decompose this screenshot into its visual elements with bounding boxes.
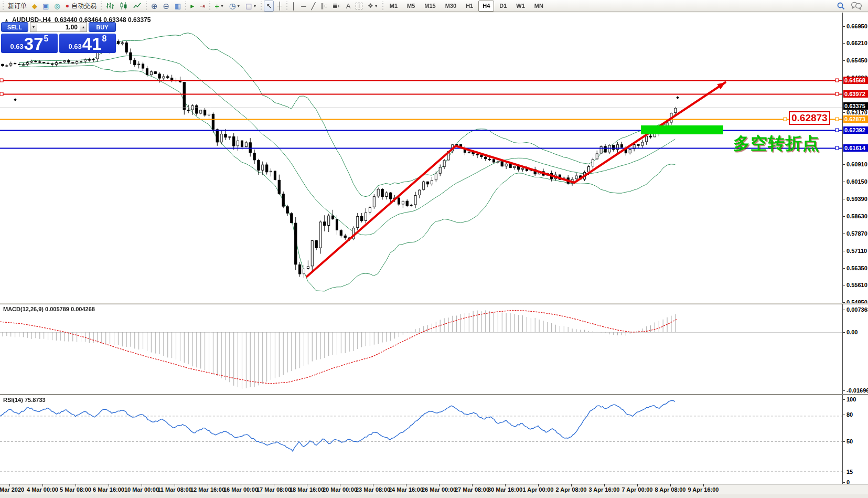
tf-m1[interactable]: M1 <box>385 1 402 12</box>
toolbar-grip[interactable] <box>3 2 4 10</box>
templates-button[interactable]: ▤▼ <box>243 1 259 12</box>
bar-chart-icon[interactable] <box>104 1 116 12</box>
toolbar-grip[interactable] <box>146 2 147 10</box>
autotrading-button[interactable]: ●自动交易 <box>63 1 99 12</box>
market-watch-icon[interactable]: ◆ <box>30 1 39 12</box>
new-order-button[interactable]: 新订单 <box>6 1 29 12</box>
candlestick-chart-icon[interactable] <box>117 1 130 12</box>
toolbar-grip[interactable] <box>382 2 383 10</box>
sell-price-box[interactable]: 0.63 37 5 <box>1 34 58 53</box>
crosshair-tool[interactable]: ┼ <box>275 1 284 12</box>
cursor-tool-glyph: ↖ <box>266 3 272 9</box>
zoom-in-icon[interactable]: ⊕ <box>149 1 160 12</box>
price-tick-label: 0.65450 <box>846 57 867 63</box>
templates-button-glyph: ▤ <box>245 3 252 9</box>
annotation-text-cn[interactable]: 多空转折点 <box>733 132 820 155</box>
mt-terminal-window: { "toolbar": { "groups": [ {"items": [ {… <box>0 0 868 498</box>
cursor-tool[interactable]: ↖ <box>264 1 274 12</box>
autotrading-button-label: 自动交易 <box>71 2 97 10</box>
vertical-line-tool[interactable]: │ <box>290 1 298 12</box>
arrows-tool[interactable]: ❖▼ <box>366 1 380 12</box>
buy-button[interactable]: BUY <box>89 22 116 32</box>
macd-axis-label: 0.007363 <box>846 306 868 313</box>
macd-label: MACD(12,26,9) 0.005789 0.004268 <box>3 306 95 312</box>
macd-canvas[interactable] <box>0 304 842 394</box>
templates-button-dropdown-icon[interactable]: ▼ <box>253 4 256 8</box>
rsi-axis-label: 80 <box>846 411 853 418</box>
rsi-canvas[interactable] <box>0 395 842 484</box>
main-chart-canvas[interactable] <box>0 13 842 303</box>
toolbar-grip[interactable] <box>209 2 210 10</box>
zoom-out-icon[interactable]: ⊖ <box>160 1 172 12</box>
buy-price-box[interactable]: 0.63 41 8 <box>59 34 116 53</box>
signals-icon[interactable]: ◎ <box>52 1 62 12</box>
arrows-tool-dropdown-icon[interactable]: ▼ <box>374 4 378 8</box>
tile-windows-icon[interactable]: ▦ <box>173 1 183 12</box>
panel-splitter[interactable] <box>0 394 868 395</box>
indicators-button[interactable]: +▼ <box>212 1 226 12</box>
macd-panel <box>0 304 868 394</box>
crosshair-tool-glyph: ┼ <box>277 2 282 9</box>
periods-button-glyph: ◷ <box>229 2 235 9</box>
price-tick-label: 0.56350 <box>846 265 867 271</box>
time-label: 20 Mar 00:00 <box>323 486 357 493</box>
time-label: 2 Mar 2020 <box>0 486 24 493</box>
tf-m5[interactable]: M5 <box>403 1 419 12</box>
horizontal-line-tool[interactable]: ─ <box>299 1 308 12</box>
chat-icon[interactable] <box>849 1 864 12</box>
rsi-axis-label: 100 <box>846 396 856 402</box>
rsi-label: RSI(14) 75.8733 <box>3 397 46 403</box>
auto-scroll-icon[interactable]: ▸ <box>188 1 196 12</box>
fibonacci-tool-letter: F <box>338 4 341 8</box>
fibonacci-tool[interactable]: ≣F <box>330 1 343 12</box>
price-tick-label: 0.66210 <box>846 40 867 46</box>
toolbar-grip[interactable] <box>286 2 287 10</box>
horizontal-line-tool-glyph: ─ <box>301 3 306 9</box>
periods-button-dropdown-icon[interactable]: ▼ <box>237 4 240 8</box>
price-tick-label: 0.60150 <box>846 178 867 185</box>
panel-splitter[interactable] <box>0 303 868 304</box>
auto-scroll-icon-glyph: ▸ <box>190 2 194 9</box>
tf-mn[interactable]: MN <box>530 1 548 12</box>
line-chart-icon[interactable] <box>131 1 144 12</box>
tf-d1[interactable]: D1 <box>495 1 511 12</box>
sell-button[interactable]: SELL <box>1 22 28 32</box>
signals-icon-glyph: ◎ <box>54 3 60 9</box>
time-label: 4 Mar 00:00 <box>27 486 58 493</box>
volume-increase-button[interactable]: ▲ <box>80 22 87 32</box>
toolbar-grip[interactable] <box>185 2 186 10</box>
tf-w1[interactable]: W1 <box>512 1 529 12</box>
time-label: 7 Apr 00:00 <box>622 486 653 493</box>
volume-input[interactable]: 1.00 <box>37 22 80 32</box>
chart-shift-icon[interactable]: ⇥ <box>197 1 207 12</box>
rsi-axis-label: 50 <box>846 438 853 444</box>
data-window-icon[interactable]: ▣ <box>40 1 51 12</box>
price-tick-label: 0.55610 <box>846 282 867 288</box>
time-axis[interactable]: 2 Mar 20204 Mar 00:005 Mar 08:006 Mar 16… <box>0 484 868 494</box>
equidistant-channel-tool[interactable]: ∥E <box>318 1 329 12</box>
periods-button[interactable]: ◷▼ <box>227 1 242 12</box>
trendline-tool[interactable]: ╱ <box>309 1 318 12</box>
volume-decrease-button[interactable]: ▼ <box>30 22 37 32</box>
text-label-tool-glyph: T <box>356 3 362 9</box>
tf-h1[interactable]: H1 <box>462 1 477 12</box>
sell-price-big: 37 <box>24 36 44 52</box>
price-callout-label[interactable]: 0.62873 <box>789 111 830 125</box>
tf-h4[interactable]: H4 <box>478 1 494 12</box>
tf-m15[interactable]: M15 <box>420 1 440 12</box>
time-label: 1 Apr 00:00 <box>523 486 554 493</box>
text-tool[interactable]: A <box>344 1 353 12</box>
price-tick-label: 0.60910 <box>846 161 867 167</box>
time-label: 27 Mar 08:00 <box>455 486 489 493</box>
buy-price-pip: 8 <box>102 34 107 44</box>
text-tool-glyph: A <box>346 3 351 9</box>
toolbar-grip[interactable] <box>101 2 102 10</box>
highlight-rectangle[interactable] <box>641 125 723 134</box>
text-label-tool[interactable]: T <box>353 1 365 12</box>
buy-price-big: 41 <box>82 36 102 52</box>
indicators-button-dropdown-icon[interactable]: ▼ <box>220 4 224 8</box>
toolbar-grip[interactable] <box>261 2 262 10</box>
indicators-button-glyph: + <box>215 2 219 10</box>
search-icon[interactable] <box>834 1 848 12</box>
tf-m30[interactable]: M30 <box>441 1 460 12</box>
